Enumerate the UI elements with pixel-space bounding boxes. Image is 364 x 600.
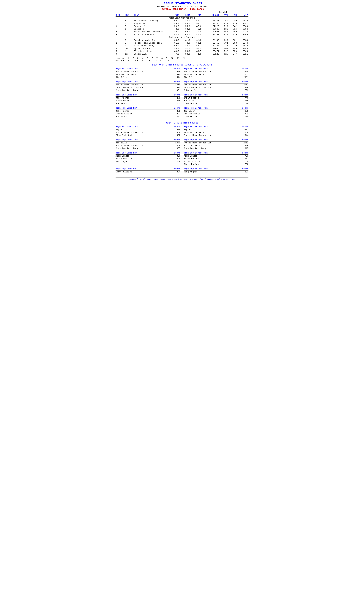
american-conference-label: American Conference xyxy=(116,17,248,20)
score-value: 2644 xyxy=(239,134,248,136)
table-row: 18Prestige Auto Body 64.041.0 61.031188 … xyxy=(116,39,248,42)
col-pct: Pct xyxy=(191,14,202,17)
table-row: 511Flip Side Coin 49.056.0 46.735674 792… xyxy=(116,50,248,53)
ave: 666 xyxy=(220,30,229,33)
pos: 6 xyxy=(116,53,124,56)
ser: 2681 xyxy=(237,22,248,25)
table-row: 35Schooner's 50.055.0 47.632225 71684223… xyxy=(116,25,248,28)
score-row: Protec Home Inspection958 xyxy=(116,70,180,73)
score-header-score: Score xyxy=(242,152,248,154)
lane-date: 04/18PR xyxy=(116,59,124,62)
score-row: Brian Busick781 xyxy=(184,157,248,160)
score-row: Jake Wagner278 xyxy=(116,97,180,99)
score-row: Tim Hartfield791 xyxy=(184,112,248,115)
score-name: Protec Home Inspection xyxy=(116,131,171,134)
team-name: Schooner's xyxy=(133,25,169,28)
score-name: Split Lickers xyxy=(184,144,239,147)
score-name: Steve Busick xyxy=(184,163,239,166)
score-value: 2552 xyxy=(239,73,248,76)
score-value: 1055 xyxy=(171,147,180,150)
score-name: Protec Home Inspection xyxy=(116,71,171,73)
score-header-label: High Hcp Series-Men xyxy=(184,168,208,170)
score-header-label: High Scr Game-Team xyxy=(116,67,138,70)
score-name: KWick Vehicle Transport xyxy=(184,86,239,89)
team-name: Split Lickers xyxy=(133,47,169,50)
score-name: Prestige Auto Body xyxy=(116,147,171,150)
score-value: 980 xyxy=(171,86,180,89)
lane-data-row: 04/18PR 4 2 5 6 1 3 8 7 9 10 11 12 xyxy=(116,59,248,62)
tm: 6 xyxy=(124,28,133,30)
lost: 46.0 xyxy=(180,22,191,25)
score-row: Bi Polar Rollers2552 xyxy=(184,73,248,76)
col-lost: Lost xyxy=(180,14,191,17)
score-row: Protec Home Inspection2962 xyxy=(184,84,248,86)
page-container: LEAGUE STANDING SHEET Results for Week N… xyxy=(116,2,248,180)
score-value: 2681 xyxy=(239,129,248,131)
col-pos: Pos xyxy=(116,14,124,17)
score-row: Bi Polar Rollers2666 xyxy=(184,131,248,134)
lost: 58.0 xyxy=(180,53,191,56)
score-name: Brian Schultz xyxy=(184,160,239,163)
totpins: 32225 xyxy=(202,25,220,28)
score-header-label: High Hcp Series-Men xyxy=(184,107,208,109)
score-name: Brian Busick xyxy=(184,158,239,160)
won: 50.0 xyxy=(169,25,180,28)
lane-col-2: 3 - 4 xyxy=(137,57,144,59)
lost: 52.0 xyxy=(180,47,191,50)
pos: 4 xyxy=(116,28,124,30)
won: 59.0 xyxy=(169,22,180,25)
score-header-label: High Scr Series-Team xyxy=(184,67,209,70)
score-header-label: High Scr Game-Men xyxy=(116,94,137,96)
score-header-score: Score xyxy=(242,107,248,109)
score-row: KWick Vehicle Transport2826 xyxy=(184,86,248,89)
won: 43.0 xyxy=(169,28,180,30)
ave: 681 xyxy=(220,28,229,30)
score-value: 2962 xyxy=(239,84,248,86)
score-value: 288 xyxy=(171,160,180,163)
score-header-score: Score xyxy=(242,94,248,96)
pos: 3 xyxy=(116,44,124,47)
score-row: Chance Kusiak293 xyxy=(116,112,180,115)
score-value: 2644 xyxy=(239,71,248,73)
score-name: Prestige Auto Body xyxy=(116,89,171,92)
score-name: Protec Home Inspection xyxy=(116,84,171,86)
score-header-label: High Scr Series-Men xyxy=(184,94,208,96)
score-header-score: Score xyxy=(174,168,180,170)
score-value: 823 xyxy=(239,171,248,173)
table-row: 63Bi Polar Rollers 42.063.0 40.037163 82… xyxy=(116,33,248,36)
score-section-header: High Hcp Game-TeamScore xyxy=(116,80,180,84)
team-name: Big Balls xyxy=(133,22,169,25)
pos: 4 xyxy=(116,47,124,50)
title-section: LEAGUE STANDING SHEET Results for Week N… xyxy=(116,2,248,10)
ave: 693 xyxy=(220,39,229,42)
last-week-scores-grid: High Scr Game-TeamScoreProtec Home Inspe… xyxy=(116,67,248,120)
ave: 761 xyxy=(220,19,229,22)
score-section-header: High Hcp Series-TeamScore xyxy=(184,80,248,84)
score-name: Big Balls xyxy=(184,129,239,131)
pos: 2 xyxy=(116,42,124,44)
pos: 1 xyxy=(116,39,124,42)
won: 47.0 xyxy=(169,53,180,56)
score-value: 783 xyxy=(239,155,248,157)
score-name: Brian Schultz xyxy=(116,158,171,160)
score-value: 750 xyxy=(239,163,248,166)
totpins: 30005 xyxy=(202,30,220,33)
score-row: Chad Huston716 xyxy=(184,102,248,105)
score-value: 781 xyxy=(239,158,248,160)
score-row: Big Balls975 xyxy=(116,128,180,131)
score-section-header: High Scr Game-TeamScore xyxy=(116,67,180,70)
score-header-score: Score xyxy=(174,152,180,154)
pct: 47.6 xyxy=(191,25,202,28)
tm: 8 xyxy=(124,39,133,42)
ave: 794 xyxy=(220,42,229,44)
score-name: Bi Polar Rollers xyxy=(184,131,239,134)
lost: 44.0 xyxy=(180,42,191,44)
score-section-header: High Scr Game-MenScore xyxy=(116,93,180,97)
score-value: 958 xyxy=(171,71,180,73)
won: 60.0 xyxy=(169,19,180,22)
col-ser: Ser xyxy=(237,14,248,17)
score-name: Steve Busick xyxy=(116,100,171,102)
ser: 2666 xyxy=(237,33,248,36)
score-value: 1064 xyxy=(171,144,180,147)
lost: 41.0 xyxy=(180,39,191,42)
